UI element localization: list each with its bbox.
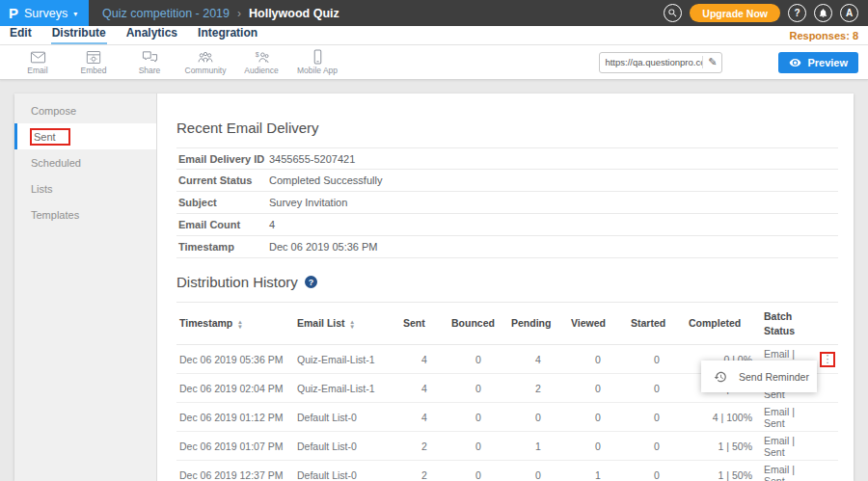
row-menu-dots-icon[interactable]: ⋮: [823, 354, 833, 364]
breadcrumb: Quiz competition - 2019 › Hollywood Quiz: [102, 7, 339, 20]
survey-nav-tabs: Edit Distribute Analytics Integration Re…: [0, 26, 868, 45]
cell-batch-status: Email | Sent: [755, 461, 815, 481]
sidebar-item-label: Sent: [34, 131, 56, 143]
sidebar-item-templates[interactable]: Templates: [14, 201, 156, 227]
header-actions: Upgrade Now ? A: [664, 4, 868, 22]
recent-delivery-details: Email Delivery ID 3455655-5207421 Curren…: [176, 147, 838, 258]
cell-viewed: 0: [568, 403, 628, 432]
cell-started: 0: [628, 403, 686, 432]
audience-icon: $: [253, 50, 270, 65]
sort-icon[interactable]: ▴▾: [238, 320, 241, 329]
cell-started: 0: [628, 432, 686, 461]
help-circle-icon[interactable]: ?: [305, 276, 317, 288]
cell-actions: [815, 403, 838, 432]
sidebar-item-scheduled[interactable]: Scheduled: [14, 149, 156, 175]
preview-label: Preview: [807, 57, 848, 68]
cell-bounced: 0: [448, 432, 508, 461]
cell-completed: 1 | 50%: [686, 432, 755, 461]
email-distribution-card: Compose Sent Scheduled Lists Templates R…: [14, 94, 854, 481]
preview-button[interactable]: Preview: [778, 52, 858, 73]
cell-pending: 2: [508, 374, 568, 403]
tab-edit[interactable]: Edit: [9, 25, 33, 44]
column-label: Email List: [297, 317, 345, 329]
toolbar-item-mobile-app[interactable]: Mobile App: [289, 49, 345, 75]
sent-content: Recent Email Delivery Email Delivery ID …: [157, 94, 854, 481]
question-mark-icon: ?: [794, 8, 800, 18]
cell-pending: 4: [508, 345, 568, 374]
survey-url-field: ✎: [599, 52, 722, 73]
table-row: Dec 06 2019 01:12 PM Default List-0 4 0 …: [176, 403, 838, 432]
breadcrumb-folder-link[interactable]: Quiz competition - 2019: [102, 7, 230, 20]
detail-label: Email Delivery ID: [176, 153, 269, 165]
column-header-completed: Completed: [686, 303, 755, 345]
toolbar-item-label: Embed: [81, 66, 107, 75]
cell-pending: 0: [508, 461, 568, 481]
detail-row-current-status: Current Status Completed Successfully: [176, 170, 838, 192]
upgrade-now-button[interactable]: Upgrade Now: [690, 4, 780, 22]
cell-sent: 2: [400, 432, 448, 461]
cell-timestamp: Dec 06 2019 01:07 PM: [176, 432, 294, 461]
detail-label: Email Count: [176, 219, 269, 230]
detail-label: Current Status: [176, 174, 269, 186]
toolbar-item-audience[interactable]: $ Audience: [233, 50, 289, 75]
sidebar-item-compose[interactable]: Compose: [14, 97, 156, 123]
edit-url-icon[interactable]: ✎: [702, 56, 717, 68]
cell-viewed: 0: [568, 345, 628, 374]
cell-timestamp: Dec 06 2019 05:36 PM: [176, 345, 294, 374]
surveys-product-switcher[interactable]: P Surveys ▾: [0, 0, 89, 26]
search-icon: [667, 8, 678, 18]
tab-integration[interactable]: Integration: [197, 25, 258, 44]
cell-bounced: 0: [448, 345, 508, 374]
cell-actions: [815, 374, 838, 403]
search-button[interactable]: [664, 4, 682, 22]
send-reminder-menu-item[interactable]: Send Reminder: [739, 371, 809, 383]
cell-viewed: 0: [568, 432, 628, 461]
annotation-box-row-menu: ⋮: [820, 352, 835, 367]
detail-label: Subject: [176, 197, 269, 208]
toolbar-item-community[interactable]: Community: [177, 50, 233, 75]
toolbar-item-share[interactable]: Share: [122, 50, 177, 75]
notifications-button[interactable]: [814, 4, 832, 22]
help-button[interactable]: ?: [788, 4, 806, 22]
tab-distribute[interactable]: Distribute: [51, 25, 107, 44]
send-reminder-icon: [714, 370, 727, 384]
survey-url-input[interactable]: [605, 57, 702, 67]
account-avatar-button[interactable]: A: [840, 4, 858, 22]
cell-timestamp: Dec 06 2019 02:04 PM: [176, 374, 294, 403]
cell-sent: 4: [400, 403, 448, 432]
detail-row-subject: Subject Survey Invitation: [176, 192, 838, 214]
cell-sent: 4: [400, 345, 448, 374]
distribute-toolbar: Email Embed Share Community $ Audience: [0, 45, 868, 80]
avatar-initial: A: [846, 8, 853, 18]
cell-completed: 1 | 50%: [686, 461, 755, 481]
cell-pending: 0: [508, 403, 568, 432]
detail-value: 4: [269, 219, 275, 230]
responses-count-link[interactable]: Responses: 8: [789, 30, 858, 44]
annotation-box-sent: Sent: [30, 128, 70, 146]
column-header-email-list[interactable]: Email List▴▾: [294, 303, 400, 345]
toolbar-item-embed[interactable]: Embed: [66, 50, 122, 75]
tab-analytics[interactable]: Analytics: [125, 25, 178, 44]
table-row: Dec 06 2019 01:07 PM Default List-0 2 0 …: [176, 432, 838, 461]
toolbar-item-label: Email: [27, 66, 47, 75]
column-header-viewed: Viewed: [568, 303, 628, 345]
cell-email-list: Default List-0: [294, 461, 400, 481]
toolbar-item-label: Mobile App: [297, 66, 338, 75]
sort-icon[interactable]: ▴▾: [351, 320, 354, 329]
detail-row-email-count: Email Count 4: [176, 214, 838, 236]
column-header-timestamp[interactable]: Timestamp▴▾: [176, 303, 294, 345]
cell-sent: 4: [400, 374, 448, 403]
cell-sent: 2: [400, 461, 448, 481]
sidebar-item-lists[interactable]: Lists: [14, 175, 156, 201]
recent-email-delivery-title: Recent Email Delivery: [176, 120, 838, 136]
cell-timestamp: Dec 06 2019 12:37 PM: [176, 461, 294, 481]
distribution-history-table-wrap: Timestamp▴▾ Email List▴▾ Sent Bounced Pe…: [176, 302, 838, 481]
toolbar-item-label: Community: [185, 66, 227, 75]
product-switcher-label: Surveys: [24, 7, 68, 20]
bell-icon: [818, 8, 828, 18]
toolbar-item-email[interactable]: Email: [10, 50, 66, 75]
sidebar-item-sent[interactable]: Sent: [14, 123, 156, 149]
questionpro-logo-icon: P: [9, 5, 18, 21]
detail-value: Completed Successfully: [269, 174, 382, 186]
column-label: Timestamp: [179, 317, 232, 329]
